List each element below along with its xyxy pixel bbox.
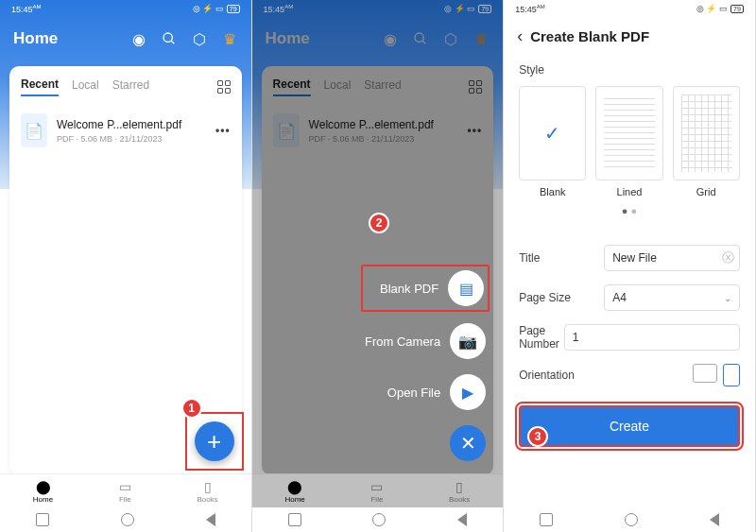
status-right: ◎ ⚡ ▭ 79	[696, 4, 744, 13]
fab-menu: Blank PDF ▤ From Camera 📷 Open File ▶ ✕	[365, 268, 486, 461]
settings-icon[interactable]: ⬡	[191, 30, 208, 47]
menu-open-file[interactable]: Open File ▶	[365, 374, 486, 410]
pagenum-row: Page Number	[519, 324, 740, 351]
nav-home-btn[interactable]	[372, 513, 386, 526]
folder-icon: ▶	[450, 374, 486, 410]
title-label: Title	[519, 251, 604, 265]
style-section: Style ✓ Blank Lined Grid ● ●	[504, 63, 755, 224]
form-section: Title ⓧ Page Size A4 ⌄ Page Number Orien…	[504, 232, 755, 386]
nav-back-btn[interactable]	[710, 513, 719, 526]
chevron-down-icon: ⌄	[724, 293, 731, 303]
nav-home[interactable]: ⬤Home	[284, 479, 304, 504]
pagenum-label: Page Number	[519, 324, 564, 351]
blank-pdf-icon: ▤	[448, 270, 484, 306]
panel-home: 15:45AM ◎ ⚡ ▭ 79 Home ◉ ⬡ ♛ Recent Local…	[0, 0, 252, 532]
panel-fab-menu: 15:45AM ◎ ⚡ ▭ 79 Home ◉ ⬡ ♛ Recent Local…	[252, 0, 505, 532]
title-row: Title ⓧ	[519, 245, 740, 271]
pagesize-select[interactable]: A4 ⌄	[604, 284, 740, 311]
style-blank[interactable]: ✓ Blank	[519, 86, 586, 197]
fab-close[interactable]: ✕	[365, 425, 486, 461]
create-header: ‹ Create Blank PDF	[504, 17, 755, 56]
file-more-icon[interactable]: •••	[215, 124, 231, 137]
status-bar: 15:45AM ◎ ⚡ ▭ 79	[504, 0, 755, 17]
style-grid[interactable]: Grid	[673, 86, 740, 197]
nav-file[interactable]: ▭File	[370, 479, 383, 504]
step-badge-1: 1	[181, 398, 202, 419]
file-row[interactable]: 📄 Welcome P...element.pdf PDF · 5.06 MB …	[21, 113, 231, 147]
tab-local[interactable]: Local	[72, 78, 99, 95]
menu-label: Blank PDF	[380, 282, 438, 296]
status-time: 15:45AM	[515, 4, 545, 14]
svg-point-0	[163, 33, 172, 42]
orientation-label: Orientation	[519, 369, 604, 382]
nav-recent-apps[interactable]	[288, 513, 301, 526]
nav-home-btn[interactable]	[625, 513, 638, 526]
nav-books[interactable]: ▯Books	[449, 479, 470, 504]
system-navbar	[504, 507, 755, 532]
menu-from-camera[interactable]: From Camera 📷	[365, 323, 486, 359]
svg-line-1	[171, 41, 174, 43]
close-icon: ✕	[450, 425, 486, 461]
back-icon[interactable]: ‹	[517, 26, 523, 46]
system-navbar	[252, 507, 504, 532]
crown-icon[interactable]: ♛	[221, 30, 238, 47]
app-header: Home ◉ ⬡ ♛	[0, 17, 251, 60]
nav-file[interactable]: ▭File	[119, 479, 131, 504]
pagesize-row: Page Size A4 ⌄	[519, 284, 740, 311]
ai-icon[interactable]: ◉	[130, 30, 147, 47]
grid-view-icon[interactable]	[217, 80, 231, 94]
grid-preview	[673, 86, 740, 180]
clear-icon[interactable]: ⓧ	[722, 249, 734, 266]
nav-back-btn[interactable]	[206, 513, 215, 526]
style-options: ✓ Blank Lined Grid	[519, 86, 740, 197]
tab-recent[interactable]: Recent	[21, 77, 59, 96]
nav-recent-apps[interactable]	[540, 513, 553, 526]
panel-create-pdf: 15:45AM ◎ ⚡ ▭ 79 ‹ Create Blank PDF Styl…	[504, 0, 756, 532]
portrait-option[interactable]	[723, 364, 740, 386]
status-right: ◎ ⚡ ▭ 79	[193, 4, 240, 13]
style-label: Style	[519, 63, 740, 77]
page-title: Home	[13, 29, 58, 48]
status-bar: 15:45AM ◎ ⚡ ▭ 79	[0, 0, 251, 17]
menu-label: Open File	[387, 386, 440, 400]
system-navbar	[0, 507, 251, 532]
header-icons: ◉ ⬡ ♛	[130, 30, 238, 47]
create-button[interactable]: Create	[519, 405, 740, 447]
search-icon[interactable]	[161, 30, 178, 47]
status-time: 15:45AM	[264, 4, 294, 14]
pagesize-label: Page Size	[519, 291, 604, 304]
nav-back-btn[interactable]	[457, 513, 467, 526]
page-indicator: ● ●	[519, 205, 740, 216]
tab-starred[interactable]: Starred	[112, 78, 149, 95]
orientation-row: Orientation	[519, 364, 740, 386]
nav-recent-apps[interactable]	[36, 513, 49, 526]
page-title: Create Blank PDF	[530, 28, 649, 44]
status-bar: 15:45AM ◎ ⚡ ▭ 79	[252, 0, 504, 17]
title-input[interactable]	[604, 245, 740, 271]
nav-books[interactable]: ▯Books	[198, 479, 218, 504]
file-info: Welcome P...element.pdf PDF · 5.06 MB · …	[57, 118, 181, 144]
menu-blank-pdf[interactable]: Blank PDF ▤	[361, 265, 490, 312]
tabs: Recent Local Starred	[21, 77, 231, 96]
file-name: Welcome P...element.pdf	[57, 118, 181, 131]
orientation-toggle	[693, 364, 740, 386]
bottom-tabbar: ⬤Home ▭File ▯Books	[0, 473, 251, 507]
pagenum-input[interactable]	[564, 324, 740, 351]
file-icon: 📄	[21, 113, 47, 147]
lined-preview	[595, 86, 662, 180]
nav-home[interactable]: ⬤Home	[33, 479, 53, 504]
nav-home-btn[interactable]	[121, 513, 134, 526]
style-lined[interactable]: Lined	[595, 86, 662, 197]
highlight-box-1	[185, 412, 244, 471]
menu-label: From Camera	[365, 335, 440, 349]
camera-icon: 📷	[450, 323, 486, 359]
bottom-tabbar: ⬤Home ▭File ▯Books	[252, 473, 504, 507]
file-meta: PDF · 5.06 MB · 21/11/2023	[57, 134, 181, 144]
blank-preview: ✓	[519, 86, 586, 180]
landscape-option[interactable]	[693, 364, 717, 383]
status-time: 15:45AM	[11, 4, 42, 14]
status-right: ◎ ⚡ ▭ 79	[444, 4, 491, 13]
